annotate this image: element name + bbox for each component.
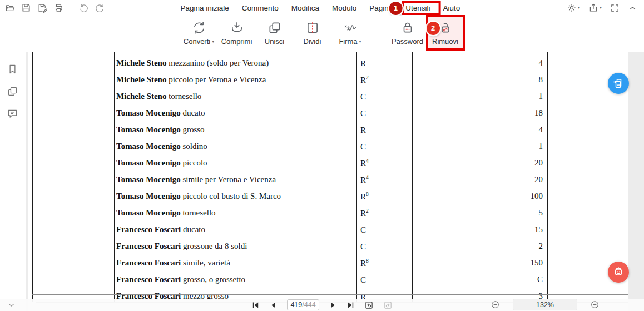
value-cell: 150 bbox=[531, 258, 543, 268]
table-row: Michele Steno piccolo per Verona e Vicen… bbox=[28, 72, 628, 88]
merge-button[interactable]: Unisci bbox=[259, 18, 291, 49]
theme-icon[interactable]: ▾ bbox=[567, 3, 580, 13]
password-button[interactable]: Password bbox=[392, 18, 424, 49]
table-row: Michele Steno mezzanino (soldo per Veron… bbox=[28, 55, 628, 72]
page-number-input[interactable]: 419/444 bbox=[287, 299, 319, 310]
tools-toolbar: Converti▾ Comprimi Unisci Dividi Firma▾ … bbox=[0, 16, 644, 51]
menu-pagina-iniziale[interactable]: Pagina iniziale bbox=[180, 3, 230, 13]
rarity-cell: R bbox=[360, 125, 366, 135]
zoom-level-display[interactable]: 132% bbox=[513, 299, 577, 310]
coin-name: Tomaso Mocenigo grosso bbox=[116, 125, 205, 134]
first-page-icon[interactable] bbox=[251, 301, 260, 309]
bookmark-icon[interactable] bbox=[7, 63, 18, 75]
table-row: Francesco Foscari ducato C 15 bbox=[28, 222, 628, 238]
divider bbox=[379, 22, 379, 44]
table-row: Tomaso Mocenigo piccolo R4 20 bbox=[28, 155, 628, 172]
undo-icon[interactable] bbox=[78, 2, 89, 13]
value-cell: 18 bbox=[534, 108, 543, 118]
coin-name: Michele Steno tornesello bbox=[116, 92, 201, 101]
rarity-cell: R2 bbox=[360, 75, 369, 85]
page-thumbnails-icon[interactable] bbox=[7, 86, 18, 97]
rarity-cell: C bbox=[360, 242, 366, 252]
rarity-cell: C bbox=[360, 92, 366, 102]
menu-aiuto[interactable]: Aiuto bbox=[442, 3, 462, 13]
rarity-cell: C bbox=[360, 275, 366, 285]
table-row: Tomaso Mocenigo soldino C 1 bbox=[28, 138, 628, 155]
zoom-out-icon[interactable] bbox=[491, 300, 500, 309]
menu-bar: Pagina iniziale Commento Modifica Modulo… bbox=[180, 0, 462, 16]
document-viewport: Michele Steno mezzanino (soldo per Veron… bbox=[26, 52, 644, 311]
coin-name: Tomaso Mocenigo soldino bbox=[116, 142, 207, 151]
rarity-cell: R4 bbox=[360, 158, 369, 168]
menu-modulo[interactable]: Modulo bbox=[331, 3, 358, 13]
pdf-to-word-button[interactable]: w bbox=[608, 73, 629, 94]
coin-name: Tomaso Mocenigo piccolo bbox=[116, 158, 207, 168]
sign-button[interactable]: Firma▾ bbox=[334, 18, 366, 49]
titlebar: Pagina iniziale Commento Modifica Modulo… bbox=[0, 0, 644, 16]
password-lock-icon bbox=[400, 21, 415, 35]
titlebar-right-icons: ▾ ▾ bbox=[567, 0, 637, 16]
robot-icon bbox=[612, 265, 625, 279]
quick-access-toolbar bbox=[4, 0, 105, 16]
coin-name: Francesco Foscari ducato bbox=[116, 225, 205, 234]
table-row: Michele Steno tornesello C 1 bbox=[28, 88, 628, 105]
table-row: Tomaso Mocenigo simile per Verona e Vice… bbox=[28, 172, 628, 188]
menu-utensili[interactable]: Utensili 1 bbox=[404, 3, 431, 13]
chevron-down-icon: ▾ bbox=[212, 39, 214, 44]
comments-icon[interactable] bbox=[7, 108, 18, 119]
next-view-icon[interactable] bbox=[383, 300, 393, 310]
last-page-icon[interactable] bbox=[346, 301, 355, 309]
compress-button[interactable]: Comprimi bbox=[221, 18, 253, 49]
coin-name: Tomaso Mocenigo ducato bbox=[116, 108, 205, 118]
value-cell: 100 bbox=[531, 192, 543, 201]
coin-name: Francesco Foscari grosso, o grossetto bbox=[116, 275, 245, 284]
pdf-to-word-icon: w bbox=[612, 77, 625, 90]
print-icon[interactable] bbox=[53, 2, 64, 13]
value-cell: 4 bbox=[539, 125, 543, 134]
share-icon[interactable]: ▾ bbox=[588, 3, 602, 13]
collapse-toolbar-icon[interactable] bbox=[628, 3, 637, 13]
rarity-cell: R8 bbox=[360, 192, 369, 202]
chevron-down-icon[interactable] bbox=[7, 301, 16, 309]
save-as-icon[interactable] bbox=[37, 2, 48, 13]
prev-page-icon[interactable] bbox=[269, 301, 278, 309]
annotation-step-1-badge: 1 bbox=[389, 2, 402, 15]
table-row: Tomaso Mocenigo tornesello R2 5 bbox=[28, 205, 628, 222]
table-bottom-rule bbox=[32, 294, 628, 295]
merge-icon bbox=[267, 21, 282, 35]
table-row: Francesco Foscari grossone da 8 soldi C … bbox=[28, 238, 628, 255]
value-cell: 2 bbox=[539, 242, 543, 251]
ai-assistant-button[interactable] bbox=[608, 262, 629, 283]
next-page-icon[interactable] bbox=[329, 301, 337, 309]
doc-table-rows: Michele Steno mezzanino (soldo per Veron… bbox=[28, 55, 628, 305]
coin-name: Michele Steno piccolo per Verona e Vicen… bbox=[116, 75, 266, 84]
remove-security-button[interactable]: 2 Rimuovi bbox=[429, 18, 462, 49]
split-button[interactable]: Dividi bbox=[296, 18, 329, 49]
divider bbox=[71, 3, 71, 12]
rarity-cell: R4 bbox=[360, 175, 369, 185]
value-cell: 20 bbox=[534, 158, 543, 168]
rarity-cell: C bbox=[360, 225, 366, 235]
remove-security-icon bbox=[438, 21, 453, 35]
rarity-cell: C bbox=[360, 142, 366, 152]
table-row: Francesco Foscari grosso, o grossetto C … bbox=[28, 272, 628, 288]
convert-button[interactable]: Converti▾ bbox=[183, 18, 215, 49]
open-file-icon[interactable] bbox=[4, 2, 16, 13]
menu-modifica[interactable]: Modifica bbox=[290, 3, 320, 13]
rarity-cell: R8 bbox=[360, 258, 369, 268]
redo-icon[interactable] bbox=[94, 2, 105, 13]
previous-view-icon[interactable] bbox=[364, 300, 374, 310]
annotation-step-2-badge: 2 bbox=[427, 22, 440, 35]
value-cell: 4 bbox=[539, 58, 543, 68]
menu-commento[interactable]: Commento bbox=[241, 3, 280, 13]
value-cell: 1 bbox=[539, 142, 543, 151]
coin-name: Francesco Foscari simile, varietà bbox=[116, 258, 230, 268]
zoom-controls: 132% bbox=[491, 299, 600, 310]
save-icon[interactable] bbox=[21, 2, 32, 13]
convert-icon bbox=[192, 21, 206, 35]
split-icon bbox=[305, 21, 320, 35]
fullscreen-icon[interactable] bbox=[610, 3, 620, 13]
signature-icon bbox=[343, 21, 358, 35]
svg-text:w: w bbox=[616, 83, 620, 87]
zoom-in-icon[interactable] bbox=[590, 300, 600, 309]
